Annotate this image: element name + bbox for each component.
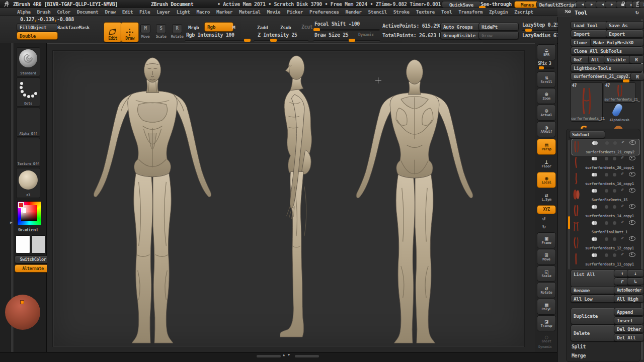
polypaint-icon[interactable]	[592, 252, 597, 258]
paintbrush-icon[interactable]: ✎	[620, 252, 625, 255]
close-button[interactable]: ×	[639, 1, 644, 8]
displacement-icon[interactable]	[613, 140, 617, 146]
uv-icon[interactable]	[605, 172, 608, 177]
paintbrush-icon[interactable]: ✎	[620, 188, 625, 191]
visibility-eye-icon[interactable]	[629, 220, 635, 225]
floor-toggle[interactable]: ⊥Floor	[537, 156, 556, 172]
menu-item-texture[interactable]: Texture	[416, 9, 435, 15]
canvas-area[interactable]	[47, 43, 535, 352]
color-picker[interactable]	[17, 201, 41, 225]
scroll-button[interactable]: ⇅Scroll	[537, 71, 556, 87]
z-intensity-slider[interactable]	[254, 40, 308, 41]
uv-icon[interactable]	[605, 220, 608, 226]
subtool-row-selected[interactable]: ✎ surferfordeets_21_copy2	[572, 139, 639, 155]
draw-size-slider[interactable]	[313, 40, 380, 41]
displacement-icon[interactable]	[613, 188, 616, 194]
main-color-swatch[interactable]	[16, 235, 30, 253]
tray-handle-left[interactable]	[257, 355, 281, 357]
move3d-button[interactable]: ⊞Move	[537, 249, 556, 265]
switchcolor-button[interactable]: SwitchColor	[15, 255, 51, 263]
subtool-row[interactable]: ✎ SurferFinalButt_1	[572, 219, 638, 235]
tray-collapse-down-icon[interactable]: ▼	[288, 353, 290, 357]
uv-icon[interactable]	[605, 204, 608, 210]
del-all-button[interactable]: Del All	[614, 333, 644, 341]
alternate-toggle[interactable]: Alternate	[15, 264, 51, 273]
current-tool-slider[interactable]	[606, 80, 629, 82]
menu-item-layer[interactable]: Layer	[156, 9, 170, 15]
visibility-eye-icon[interactable]	[629, 140, 636, 145]
fillobject-button[interactable]: FillObject	[17, 23, 58, 31]
visibility-eye-icon[interactable]	[629, 156, 635, 160]
visibility-eye-icon[interactable]	[629, 204, 635, 209]
polypaint-icon[interactable]	[592, 172, 597, 177]
displacement-icon[interactable]	[613, 156, 616, 161]
insert-button[interactable]: Insert	[614, 316, 644, 324]
tray-handle-right[interactable]	[295, 355, 319, 357]
dynamic-toggle[interactable]: Dynamic	[358, 33, 374, 37]
edit-toggle[interactable]: Edit	[104, 22, 122, 42]
lazystep-knob[interactable]	[525, 29, 532, 32]
visibility-eye-icon[interactable]	[629, 252, 635, 257]
menu-item-marker[interactable]: Marker	[216, 9, 232, 15]
export-button[interactable]: Export	[606, 30, 644, 38]
subtool-row[interactable]: ✎ SurferForDeets_15	[572, 187, 638, 203]
menu-item-file[interactable]: File	[139, 9, 150, 15]
paintbrush-icon[interactable]: ✎	[620, 140, 625, 143]
redo-icon[interactable]: ↻	[542, 223, 545, 230]
list-all-button[interactable]: List All	[571, 269, 618, 287]
menu-item-preferences[interactable]: Preferences	[309, 9, 339, 15]
uv-icon[interactable]	[605, 156, 608, 161]
secondary-color-swatch[interactable]	[31, 235, 46, 253]
menu-item-stroke[interactable]: Stroke	[393, 9, 410, 15]
displacement-icon[interactable]	[613, 252, 616, 258]
menu-item-alpha[interactable]: Alpha	[17, 9, 31, 15]
delete-button[interactable]: Delete	[571, 325, 618, 341]
current-tool-thumbnail[interactable]: 47 surferfordeets_21	[571, 82, 603, 122]
grow-button[interactable]: Grow	[478, 31, 519, 39]
hidept-button[interactable]: HidePt	[478, 23, 519, 31]
menu-item-zscript[interactable]: Zscript	[514, 9, 533, 15]
sculpt-front-view[interactable]	[83, 54, 222, 349]
import-button[interactable]: Import	[571, 30, 610, 38]
zcut-toggle[interactable]: Zcut	[301, 24, 312, 30]
paintbrush-icon[interactable]: ✎	[620, 236, 625, 239]
menu-item-document[interactable]: Document	[77, 9, 99, 15]
actual-button[interactable]: ⊙Actual	[537, 105, 556, 121]
all-high-button[interactable]: All High	[614, 295, 644, 303]
persp-toggle[interactable]: ▤Persp	[537, 139, 556, 155]
frame-button[interactable]: ▣Frame	[537, 232, 556, 248]
menu-item-edit[interactable]: Edit	[122, 9, 133, 15]
tray-expand-icon[interactable]: ▲	[283, 353, 285, 357]
m-toggle[interactable]: M	[229, 23, 257, 31]
menu-item-zplugin[interactable]: Zplugin	[489, 9, 508, 15]
lsym-toggle[interactable]: ⇄L.Sym	[537, 189, 556, 205]
menu-item-material[interactable]: Material	[239, 9, 261, 15]
aahalf-button[interactable]: ◑AAHalf	[537, 121, 556, 137]
make-polymesh3d-button[interactable]: Make PolyMesh3D	[590, 38, 644, 46]
sculpt-back-view[interactable]	[345, 56, 484, 349]
local-toggle[interactable]: ◉Local	[537, 172, 556, 188]
split-section-label[interactable]: Split	[572, 344, 586, 349]
paintbrush-icon[interactable]: ✎	[620, 220, 625, 223]
polypaint-icon[interactable]	[592, 236, 597, 242]
goz-r-button[interactable]: R	[629, 55, 644, 63]
paintbrush-icon[interactable]: ✎	[620, 156, 625, 158]
subtool-list-scrollbar[interactable]	[568, 140, 570, 269]
menu-item-stencil[interactable]: Stencil	[368, 9, 387, 15]
menu-item-draw[interactable]: Draw	[105, 9, 115, 15]
spix-knob[interactable]	[539, 66, 544, 69]
uv-icon[interactable]	[605, 236, 608, 242]
current-alpha-thumbnail[interactable]: Alpha Off	[16, 108, 40, 137]
clone-all-subtools-button[interactable]: Clone All SubTools	[571, 47, 644, 55]
spix-slider[interactable]	[537, 67, 554, 69]
merge-section-label[interactable]: Merge	[572, 353, 586, 358]
subtool-row[interactable]: ✎ surferfordeets_14_copy1	[572, 203, 638, 219]
menu-item-macro[interactable]: Macro	[196, 9, 210, 15]
all-low-button[interactable]: All Low	[571, 295, 618, 303]
displacement-icon[interactable]	[613, 172, 616, 177]
lightbox-tools-button[interactable]: Lightbox▸Tools	[571, 64, 644, 72]
subtool-header[interactable]: SubTool	[569, 131, 605, 138]
duplicate-button[interactable]: Duplicate	[571, 308, 618, 324]
rotate-button[interactable]: R Rotate	[171, 24, 184, 39]
polypaint-icon[interactable]	[592, 156, 597, 161]
